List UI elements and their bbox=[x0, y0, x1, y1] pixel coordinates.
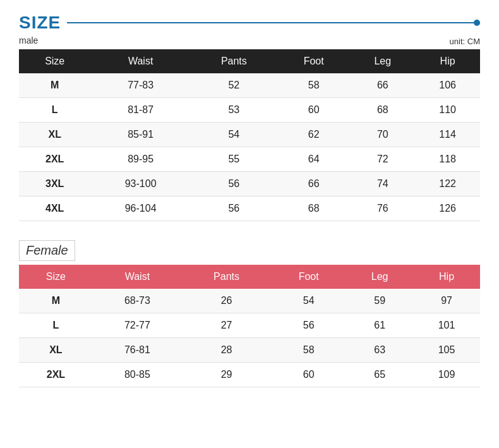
table-cell: 2XL bbox=[19, 147, 90, 172]
table-row: 2XL89-95556472118 bbox=[19, 147, 480, 172]
table-cell: 62 bbox=[277, 123, 351, 147]
male-table-body: M77-83525866106L81-87536068110XL85-91546… bbox=[19, 73, 480, 221]
table-cell: 110 bbox=[415, 98, 480, 123]
table-cell: 70 bbox=[350, 123, 415, 147]
table-row: XL85-91546270114 bbox=[19, 123, 480, 147]
table-cell: 77-83 bbox=[90, 73, 190, 98]
male-col-header: Foot bbox=[277, 49, 351, 73]
male-size-table: SizeWaistPantsFootLegHip M77-83525866106… bbox=[19, 49, 480, 221]
male-table-header: SizeWaistPantsFootLegHip bbox=[19, 49, 480, 73]
table-cell: 66 bbox=[277, 172, 351, 197]
table-row: 2XL80-85296065109 bbox=[19, 363, 480, 387]
table-cell: 2XL bbox=[19, 363, 93, 387]
unit-label: unit: CM bbox=[450, 37, 480, 46]
table-cell: 54 bbox=[271, 289, 346, 313]
table-cell: 72-77 bbox=[93, 313, 182, 338]
table-cell: 53 bbox=[191, 98, 277, 123]
male-header-row-cells: SizeWaistPantsFootLegHip bbox=[19, 49, 480, 73]
table-cell: 58 bbox=[271, 338, 346, 363]
table-cell: 56 bbox=[271, 313, 346, 338]
female-col-header: Size bbox=[19, 265, 93, 289]
female-section: Female SizeWaistPantsFootLegHip M68-7326… bbox=[19, 240, 480, 387]
table-cell: 106 bbox=[415, 73, 480, 98]
male-col-header: Waist bbox=[90, 49, 190, 73]
table-cell: M bbox=[19, 73, 90, 98]
table-cell: 65 bbox=[346, 363, 413, 387]
table-cell: 63 bbox=[346, 338, 413, 363]
table-cell: 61 bbox=[346, 313, 413, 338]
table-cell: 109 bbox=[413, 363, 480, 387]
table-cell: 74 bbox=[350, 172, 415, 197]
table-cell: 85-91 bbox=[90, 123, 190, 147]
female-col-header: Hip bbox=[413, 265, 480, 289]
table-row: M77-83525866106 bbox=[19, 73, 480, 98]
table-cell: 55 bbox=[191, 147, 277, 172]
size-title: SIZE bbox=[19, 13, 61, 33]
table-cell: 58 bbox=[277, 73, 351, 98]
table-cell: 72 bbox=[350, 147, 415, 172]
table-cell: 56 bbox=[191, 172, 277, 197]
table-cell: 52 bbox=[191, 73, 277, 98]
table-cell: 76 bbox=[350, 197, 415, 221]
table-cell: 101 bbox=[413, 313, 480, 338]
table-cell: 114 bbox=[415, 123, 480, 147]
table-cell: 122 bbox=[415, 172, 480, 197]
table-cell: 59 bbox=[346, 289, 413, 313]
table-cell: L bbox=[19, 313, 93, 338]
table-cell: 68 bbox=[350, 98, 415, 123]
table-cell: 93-100 bbox=[90, 172, 190, 197]
table-cell: 81-87 bbox=[90, 98, 190, 123]
table-cell: 4XL bbox=[19, 197, 90, 221]
table-cell: 97 bbox=[413, 289, 480, 313]
table-row: L81-87536068110 bbox=[19, 98, 480, 123]
female-size-table: SizeWaistPantsFootLegHip M68-7326545997L… bbox=[19, 265, 480, 387]
table-row: 3XL93-100566674122 bbox=[19, 172, 480, 197]
table-cell: 60 bbox=[277, 98, 351, 123]
table-cell: 56 bbox=[191, 197, 277, 221]
table-cell: M bbox=[19, 289, 93, 313]
table-cell: 29 bbox=[182, 363, 271, 387]
male-section: SIZE male unit: CM SizeWaistPantsFootLeg… bbox=[19, 13, 480, 221]
table-row: 4XL96-104566876126 bbox=[19, 197, 480, 221]
male-col-header: Size bbox=[19, 49, 90, 73]
table-cell: 76-81 bbox=[93, 338, 182, 363]
male-col-header: Pants bbox=[191, 49, 277, 73]
female-table-body: M68-7326545997L72-77275661101XL76-812858… bbox=[19, 289, 480, 387]
table-cell: 26 bbox=[182, 289, 271, 313]
table-cell: 28 bbox=[182, 338, 271, 363]
table-cell: 80-85 bbox=[93, 363, 182, 387]
male-col-header: Hip bbox=[415, 49, 480, 73]
table-row: L72-77275661101 bbox=[19, 313, 480, 338]
female-col-header: Leg bbox=[346, 265, 413, 289]
table-row: M68-7326545997 bbox=[19, 289, 480, 313]
table-cell: 3XL bbox=[19, 172, 90, 197]
table-cell: 66 bbox=[350, 73, 415, 98]
table-cell: 60 bbox=[271, 363, 346, 387]
female-gender-label: Female bbox=[19, 240, 75, 261]
table-cell: 96-104 bbox=[90, 197, 190, 221]
table-cell: 105 bbox=[413, 338, 480, 363]
female-col-header: Pants bbox=[182, 265, 271, 289]
table-cell: XL bbox=[19, 338, 93, 363]
table-cell: 126 bbox=[415, 197, 480, 221]
table-cell: 89-95 bbox=[90, 147, 190, 172]
table-cell: XL bbox=[19, 123, 90, 147]
table-cell: 64 bbox=[277, 147, 351, 172]
table-cell: 27 bbox=[182, 313, 271, 338]
table-cell: 118 bbox=[415, 147, 480, 172]
female-table-header: SizeWaistPantsFootLegHip bbox=[19, 265, 480, 289]
male-header-row: male unit: CM bbox=[19, 35, 480, 49]
male-gender-label: male bbox=[19, 35, 38, 45]
female-header-row-cells: SizeWaistPantsFootLegHip bbox=[19, 265, 480, 289]
table-row: XL76-81285863105 bbox=[19, 338, 480, 363]
table-cell: L bbox=[19, 98, 90, 123]
table-cell: 68 bbox=[277, 197, 351, 221]
table-cell: 54 bbox=[191, 123, 277, 147]
female-col-header: Waist bbox=[93, 265, 182, 289]
size-header: SIZE bbox=[19, 13, 480, 33]
table-cell: 68-73 bbox=[93, 289, 182, 313]
female-col-header: Foot bbox=[271, 265, 346, 289]
male-col-header: Leg bbox=[350, 49, 415, 73]
size-line-decoration bbox=[67, 22, 480, 23]
